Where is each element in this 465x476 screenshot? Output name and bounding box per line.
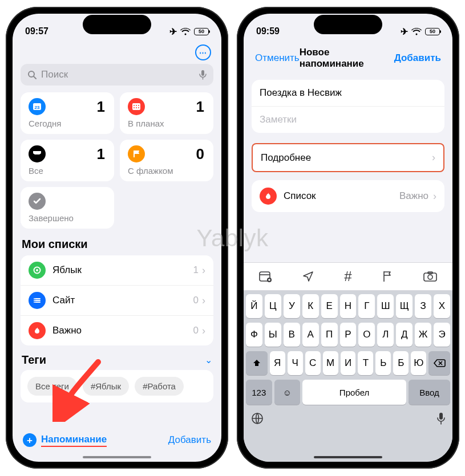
svg-point-9 [134, 107, 135, 108]
key[interactable]: Ю [411, 351, 426, 375]
chevron-down-icon[interactable]: ⌄ [205, 355, 212, 365]
enter-key[interactable]: Ввод [409, 380, 450, 405]
key[interactable]: К [302, 294, 319, 318]
nav-title: Новое напоминание [300, 47, 394, 70]
key[interactable]: Ч [288, 351, 303, 375]
key[interactable]: Ь [375, 351, 391, 375]
tag-chip[interactable]: Все теги [27, 377, 77, 396]
battery-icon: 50 [194, 28, 209, 35]
card-count: 1 [97, 98, 105, 116]
key[interactable]: Д [396, 323, 413, 347]
calendar-add-icon[interactable] [258, 270, 272, 283]
details-row[interactable]: Подробнее › [252, 143, 444, 172]
key[interactable]: Ш [377, 294, 394, 318]
location-icon[interactable] [302, 270, 314, 283]
key[interactable]: У [284, 294, 300, 318]
svg-rect-2 [201, 70, 204, 76]
card-all[interactable]: 1 Все [21, 140, 114, 181]
card-count: 0 [196, 145, 204, 163]
my-lists-title: Мои списки [22, 238, 212, 251]
nav-bar: Отменить Новое напоминание Добавить [252, 42, 444, 75]
emoji-key[interactable]: ☺ [274, 380, 301, 405]
phone-right: 09:59 ✈︎ 50 Отменить Новое напоминание Д… [237, 7, 459, 469]
reminder-notes-input[interactable]: Заметки [252, 107, 444, 133]
globe-icon[interactable] [250, 412, 264, 425]
key[interactable]: С [305, 351, 321, 375]
status-time: 09:57 [25, 26, 48, 36]
key[interactable]: Ц [265, 294, 281, 318]
key[interactable]: Т [358, 351, 373, 375]
key[interactable]: Р [340, 323, 357, 347]
key[interactable]: П [321, 323, 338, 347]
keyboard-accessory: # [244, 262, 452, 291]
add-list-button[interactable]: Добавить [168, 434, 211, 446]
keyboard: ЙЦУКЕНГШЩЗХ ФЫВАПРОЛДЖЭ ЯЧСМИТЬБЮ 123 ☺ … [244, 291, 452, 462]
done-button[interactable]: Добавить [394, 52, 441, 64]
plus-circle-icon: + [23, 433, 37, 447]
new-reminder-label: Напоминание [41, 434, 107, 447]
list-row[interactable]: Список Важно› [252, 180, 444, 212]
svg-point-19 [34, 302, 35, 303]
card-label: Сегодня [29, 119, 106, 128]
key[interactable]: З [415, 294, 431, 318]
dictation-icon[interactable] [436, 412, 446, 425]
card-today[interactable]: 23 1 Сегодня [21, 92, 114, 134]
search-input[interactable]: Поиск [21, 64, 213, 86]
dynamic-island [83, 15, 151, 34]
new-reminder-button[interactable]: + Напоминание [23, 433, 107, 447]
hash-icon[interactable]: # [344, 268, 351, 284]
list-item[interactable]: Важно 0› [21, 316, 213, 345]
tags-title: Теги [22, 353, 46, 367]
keyboard-row: ЙЦУКЕНГШЩЗХ [246, 294, 450, 318]
key[interactable]: Я [270, 351, 285, 375]
camera-icon[interactable] [423, 271, 438, 282]
keyboard-row: ЯЧСМИТЬБЮ [246, 351, 450, 375]
cancel-button[interactable]: Отменить [255, 52, 300, 64]
card-completed[interactable]: Завершено [21, 187, 114, 229]
title-notes-card: Поездка в Несвиж Заметки [252, 80, 444, 133]
key[interactable]: И [341, 351, 356, 375]
key[interactable]: В [284, 323, 300, 347]
chevron-right-icon: › [202, 325, 205, 337]
key[interactable]: Ж [415, 323, 431, 347]
key[interactable]: М [323, 351, 338, 375]
flag-outline-icon[interactable] [382, 270, 393, 283]
key[interactable]: Й [246, 294, 262, 318]
key[interactable]: Щ [396, 294, 413, 318]
key[interactable]: Е [321, 294, 338, 318]
card-scheduled[interactable]: 1 В планах [120, 92, 213, 134]
key[interactable]: О [358, 323, 375, 347]
key[interactable]: Ф [246, 323, 262, 347]
list-item[interactable]: Яблык 1› [21, 255, 213, 286]
list-item[interactable]: Сайт 0› [21, 286, 213, 316]
key[interactable]: Э [434, 323, 450, 347]
key[interactable]: Б [393, 351, 409, 375]
key[interactable]: Л [377, 323, 394, 347]
key[interactable]: Ы [265, 323, 281, 347]
search-icon [27, 70, 37, 79]
key[interactable]: Х [434, 294, 450, 318]
list-value: Важно [399, 190, 428, 202]
key[interactable]: Н [340, 294, 357, 318]
mic-icon[interactable] [199, 70, 207, 80]
key[interactable]: Г [358, 294, 375, 318]
list-name: Сайт [52, 295, 75, 306]
home-indicator [314, 456, 382, 458]
reminder-title-input[interactable]: Поездка в Несвиж [252, 80, 444, 107]
backspace-key[interactable] [428, 351, 450, 375]
chevron-right-icon: › [433, 190, 436, 202]
calendar-icon: 23 [29, 98, 46, 115]
svg-text:23: 23 [35, 105, 40, 110]
more-button[interactable]: ⋯ [195, 44, 211, 60]
svg-point-18 [34, 300, 35, 301]
key[interactable]: А [302, 323, 319, 347]
shift-key[interactable] [246, 351, 268, 375]
space-key[interactable]: Пробел [302, 380, 406, 405]
numbers-key[interactable]: 123 [246, 380, 272, 405]
svg-point-8 [138, 105, 139, 106]
tag-chip[interactable]: #Яблык [83, 377, 129, 396]
list-bullet-icon [29, 292, 46, 309]
tag-chip[interactable]: #Работа [135, 377, 184, 396]
card-flagged[interactable]: 0 С флажком [120, 140, 213, 181]
keyboard-row-control: 123 ☺ Пробел Ввод [246, 380, 450, 405]
